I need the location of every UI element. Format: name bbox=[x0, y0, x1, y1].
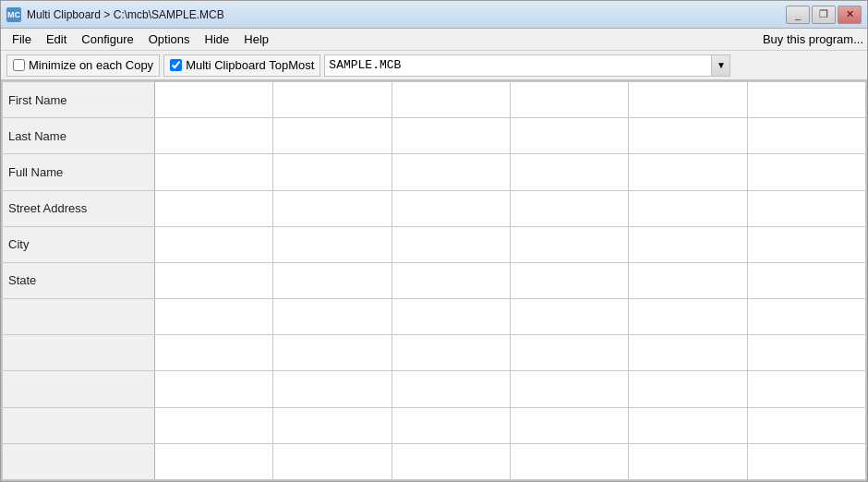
grid-data-cell[interactable] bbox=[510, 190, 628, 226]
grid-data-cell[interactable] bbox=[155, 154, 273, 190]
grid-data-cell[interactable] bbox=[273, 154, 392, 190]
table-row: First Name bbox=[3, 82, 866, 118]
grid-data-cell[interactable] bbox=[392, 82, 510, 118]
menu-edit[interactable]: Edit bbox=[39, 30, 74, 48]
table-row: Last Name bbox=[3, 118, 866, 154]
grid-data-cell[interactable] bbox=[510, 118, 628, 154]
grid-label-cell bbox=[3, 335, 155, 371]
grid-data-cell[interactable] bbox=[392, 118, 510, 154]
minimize-on-copy-checkbox[interactable] bbox=[13, 59, 25, 71]
table-row bbox=[3, 443, 866, 479]
grid-data-cell[interactable] bbox=[155, 335, 273, 371]
grid-data-cell[interactable] bbox=[273, 443, 392, 479]
grid-data-cell[interactable] bbox=[510, 262, 628, 298]
grid-data-cell[interactable] bbox=[392, 443, 510, 479]
table-row bbox=[3, 335, 866, 371]
grid-label-cell: Street Address bbox=[3, 190, 155, 226]
grid-data-cell[interactable] bbox=[747, 118, 865, 154]
grid-data-cell[interactable] bbox=[510, 82, 628, 118]
grid-data-cell[interactable] bbox=[629, 226, 747, 262]
grid-data-cell[interactable] bbox=[629, 118, 747, 154]
buy-link[interactable]: Buy this program... bbox=[763, 32, 863, 46]
grid-data-cell[interactable] bbox=[629, 190, 747, 226]
grid-data-cell[interactable] bbox=[392, 371, 510, 407]
grid-data-cell[interactable] bbox=[392, 226, 510, 262]
grid-data-cell[interactable] bbox=[155, 407, 273, 443]
grid-data-cell[interactable] bbox=[155, 262, 273, 298]
grid-data-cell[interactable] bbox=[747, 335, 865, 371]
grid-data-cell[interactable] bbox=[747, 262, 865, 298]
grid-data-cell[interactable] bbox=[392, 262, 510, 298]
grid-data-cell[interactable] bbox=[273, 335, 392, 371]
menu-options[interactable]: Options bbox=[141, 30, 198, 48]
grid-data-cell[interactable] bbox=[747, 154, 865, 190]
grid-data-cell[interactable] bbox=[747, 371, 865, 407]
grid-data-cell[interactable] bbox=[629, 371, 747, 407]
table-row bbox=[3, 299, 866, 335]
main-window: MC Multi Clipboard > C:\mcb\SAMPLE.MCB _… bbox=[0, 0, 868, 482]
grid-data-cell[interactable] bbox=[510, 154, 628, 190]
close-button[interactable]: ✕ bbox=[838, 6, 862, 24]
title-bar-buttons: _ ❐ ✕ bbox=[786, 6, 862, 24]
menu-file[interactable]: File bbox=[5, 30, 39, 48]
grid-data-cell[interactable] bbox=[629, 154, 747, 190]
grid-data-cell[interactable] bbox=[155, 190, 273, 226]
toolbar: Minimize on each Copy Multi Clipboard To… bbox=[1, 51, 867, 80]
restore-button[interactable]: ❐ bbox=[812, 6, 836, 24]
grid-label-cell bbox=[3, 443, 155, 479]
grid-data-cell[interactable] bbox=[510, 335, 628, 371]
grid-data-cell[interactable] bbox=[273, 226, 392, 262]
grid-data-cell[interactable] bbox=[510, 443, 628, 479]
minimize-button[interactable]: _ bbox=[786, 6, 810, 24]
grid-data-cell[interactable] bbox=[155, 226, 273, 262]
topmost-label[interactable]: Multi Clipboard TopMost bbox=[163, 54, 320, 77]
grid-data-cell[interactable] bbox=[747, 82, 865, 118]
grid-data-cell[interactable] bbox=[273, 407, 392, 443]
grid-data-cell[interactable] bbox=[155, 371, 273, 407]
grid-label-cell bbox=[3, 407, 155, 443]
grid-data-cell[interactable] bbox=[510, 299, 628, 335]
grid-data-cell[interactable] bbox=[155, 299, 273, 335]
grid-data-cell[interactable] bbox=[747, 443, 865, 479]
table-row: Street Address bbox=[3, 190, 866, 226]
grid-data-cell[interactable] bbox=[747, 226, 865, 262]
grid-data-cell[interactable] bbox=[392, 335, 510, 371]
grid-data-cell[interactable] bbox=[273, 190, 392, 226]
grid-data-cell[interactable] bbox=[155, 118, 273, 154]
grid-data-cell[interactable] bbox=[392, 190, 510, 226]
grid-data-cell[interactable] bbox=[155, 82, 273, 118]
grid-label-cell bbox=[3, 299, 155, 335]
grid-data-cell[interactable] bbox=[273, 118, 392, 154]
table-row: Full Name bbox=[3, 154, 866, 190]
grid-data-cell[interactable] bbox=[392, 299, 510, 335]
grid-container: First NameLast NameFull NameStreet Addre… bbox=[1, 80, 867, 481]
grid-data-cell[interactable] bbox=[629, 407, 747, 443]
dropdown-arrow-icon[interactable]: ▼ bbox=[712, 54, 730, 77]
grid-label-cell bbox=[3, 371, 155, 407]
menu-help[interactable]: Help bbox=[236, 30, 276, 48]
grid-data-cell[interactable] bbox=[273, 82, 392, 118]
minimize-on-copy-text: Minimize on each Copy bbox=[29, 58, 153, 72]
file-input[interactable] bbox=[324, 54, 712, 77]
grid-data-cell[interactable] bbox=[155, 443, 273, 479]
grid-data-cell[interactable] bbox=[629, 262, 747, 298]
menu-hide[interactable]: Hide bbox=[198, 30, 237, 48]
grid-data-cell[interactable] bbox=[747, 407, 865, 443]
grid-data-cell[interactable] bbox=[629, 299, 747, 335]
grid-data-cell[interactable] bbox=[392, 407, 510, 443]
grid-data-cell[interactable] bbox=[629, 82, 747, 118]
grid-data-cell[interactable] bbox=[510, 226, 628, 262]
grid-data-cell[interactable] bbox=[510, 407, 628, 443]
grid-data-cell[interactable] bbox=[273, 262, 392, 298]
grid-data-cell[interactable] bbox=[273, 299, 392, 335]
topmost-checkbox[interactable] bbox=[170, 59, 182, 71]
grid-data-cell[interactable] bbox=[510, 371, 628, 407]
grid-data-cell[interactable] bbox=[747, 299, 865, 335]
grid-data-cell[interactable] bbox=[747, 190, 865, 226]
grid-data-cell[interactable] bbox=[629, 335, 747, 371]
minimize-on-copy-label[interactable]: Minimize on each Copy bbox=[6, 54, 160, 77]
grid-data-cell[interactable] bbox=[629, 443, 747, 479]
menu-configure[interactable]: Configure bbox=[74, 30, 140, 48]
grid-data-cell[interactable] bbox=[392, 154, 510, 190]
grid-data-cell[interactable] bbox=[273, 371, 392, 407]
